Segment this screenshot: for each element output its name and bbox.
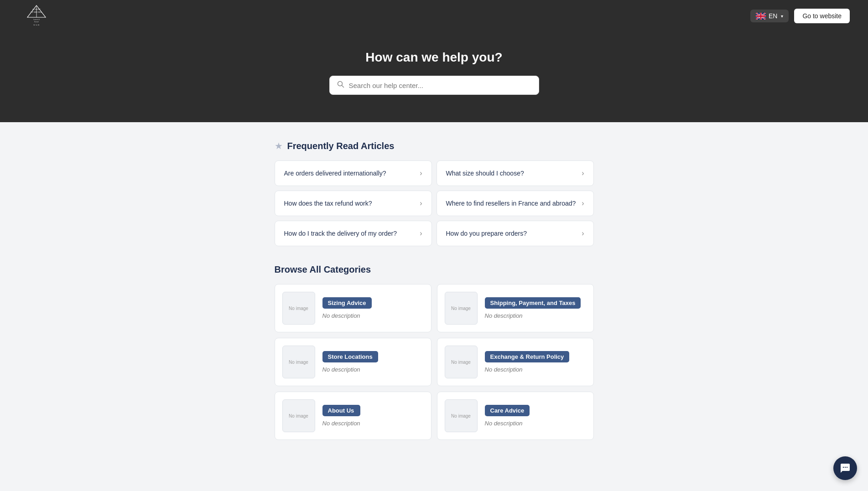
category-image: No image: [282, 399, 315, 432]
category-image: No image: [282, 346, 315, 378]
category-card-care-advice[interactable]: No image Care Advice No description: [437, 392, 594, 440]
category-image: No image: [445, 292, 478, 325]
category-badge: Shipping, Payment, and Taxes: [485, 297, 581, 309]
search-icon: [337, 81, 344, 90]
category-description: No description: [485, 366, 570, 373]
category-info: Store Locations No description: [322, 351, 378, 373]
article-card-track-delivery[interactable]: How do I track the delivery of my order?…: [275, 221, 432, 246]
category-description: No description: [322, 366, 378, 373]
svg-text:Bernard: Bernard: [34, 21, 39, 23]
chevron-right-icon: ›: [420, 229, 422, 238]
category-info: Shipping, Payment, and Taxes No descript…: [485, 297, 581, 319]
svg-text:ST MICHEL: ST MICHEL: [31, 11, 42, 13]
svg-line-18: [342, 86, 343, 88]
frequently-read-title: Frequently Read Articles: [287, 141, 395, 151]
category-description: No description: [485, 312, 581, 319]
category-card-about-us[interactable]: No image About Us No description: [275, 392, 431, 440]
category-image: No image: [282, 292, 315, 325]
star-icon: ★: [275, 140, 283, 151]
logo-svg: LE MONT ST MICHEL Jeannette & Bernard ★ …: [18, 4, 55, 29]
category-info: Sizing Advice No description: [322, 297, 372, 319]
chevron-right-icon: ›: [582, 199, 584, 207]
article-text: Are orders delivered internationally?: [284, 170, 416, 177]
svg-text:LE MONT: LE MONT: [32, 8, 41, 10]
svg-text:Jeannette &: Jeannette &: [33, 19, 40, 21]
chevron-right-icon: ›: [582, 229, 584, 238]
header: LE MONT ST MICHEL Jeannette & Bernard ★ …: [0, 0, 868, 32]
article-text: How do you prepare orders?: [446, 230, 577, 237]
article-text: How does the tax refund work?: [284, 200, 416, 207]
category-badge: Sizing Advice: [322, 297, 372, 309]
category-card-store-locations[interactable]: No image Store Locations No description: [275, 338, 431, 386]
category-card-shipping-payment[interactable]: No image Shipping, Payment, and Taxes No…: [437, 284, 594, 332]
logo[interactable]: LE MONT ST MICHEL Jeannette & Bernard ★ …: [18, 4, 55, 29]
uk-flag-icon: [756, 13, 766, 20]
category-description: No description: [485, 420, 530, 427]
header-right: EN ▾ Go to website: [750, 9, 850, 23]
article-text: What size should I choose?: [446, 170, 577, 177]
frequently-read-section: ★ Frequently Read Articles Are orders de…: [275, 140, 594, 246]
search-bar: [329, 76, 539, 95]
article-card-intl-delivery[interactable]: Are orders delivered internationally? ›: [275, 160, 432, 186]
go-to-website-button[interactable]: Go to website: [794, 9, 850, 23]
main-content: ★ Frequently Read Articles Are orders de…: [265, 122, 603, 467]
article-card-resellers[interactable]: Where to find resellers in France and ab…: [437, 191, 594, 216]
articles-grid: Are orders delivered internationally? › …: [275, 160, 594, 246]
category-badge: Exchange & Return Policy: [485, 351, 570, 362]
category-info: Exchange & Return Policy No description: [485, 351, 570, 373]
category-description: No description: [322, 420, 360, 427]
language-selector[interactable]: EN ▾: [750, 10, 789, 22]
categories-grid: No image Sizing Advice No description No…: [275, 284, 594, 440]
category-image: No image: [445, 346, 478, 378]
hero-title: How can we help you?: [9, 50, 859, 65]
category-image: No image: [445, 399, 478, 432]
category-info: About Us No description: [322, 405, 360, 427]
category-description: No description: [322, 312, 372, 319]
chat-button[interactable]: [833, 456, 857, 467]
chat-icon: [840, 463, 851, 467]
category-badge: About Us: [322, 405, 360, 416]
section-title-row: ★ Frequently Read Articles: [275, 140, 594, 151]
article-card-size-guide[interactable]: What size should I choose? ›: [437, 160, 594, 186]
chevron-right-icon: ›: [420, 169, 422, 177]
chevron-right-icon: ›: [582, 169, 584, 177]
category-card-exchange-return[interactable]: No image Exchange & Return Policy No des…: [437, 338, 594, 386]
search-input[interactable]: [349, 82, 531, 89]
category-badge: Care Advice: [485, 405, 530, 416]
article-text: Where to find resellers in France and ab…: [446, 200, 577, 207]
category-card-sizing-advice[interactable]: No image Sizing Advice No description: [275, 284, 431, 332]
article-card-tax-refund[interactable]: How does the tax refund work? ›: [275, 191, 432, 216]
svg-text:★ Art ★: ★ Art ★: [33, 24, 40, 26]
chevron-right-icon: ›: [420, 199, 422, 207]
chevron-down-icon: ▾: [781, 14, 783, 19]
article-card-prepare-orders[interactable]: How do you prepare orders? ›: [437, 221, 594, 246]
hero-section: How can we help you?: [0, 32, 868, 122]
lang-label: EN: [769, 12, 777, 20]
browse-title: Browse All Categories: [275, 264, 594, 275]
article-text: How do I track the delivery of my order?: [284, 230, 416, 237]
category-badge: Store Locations: [322, 351, 378, 362]
categories-section: Browse All Categories No image Sizing Ad…: [275, 264, 594, 440]
category-info: Care Advice No description: [485, 405, 530, 427]
